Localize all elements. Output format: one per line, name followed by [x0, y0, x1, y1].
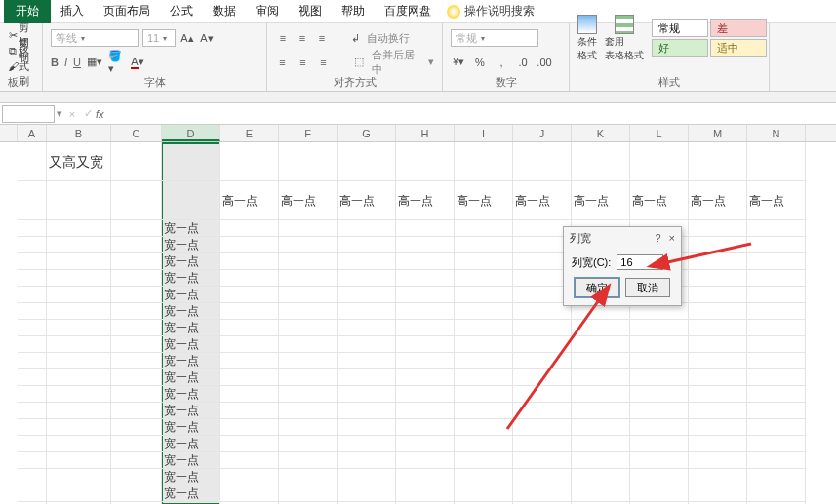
cell[interactable] [747, 142, 806, 181]
size-dropdown[interactable]: 11▾ [142, 29, 176, 47]
cell[interactable] [630, 369, 689, 386]
cell[interactable] [513, 436, 572, 452]
cell[interactable] [47, 485, 111, 502]
cell[interactable] [111, 386, 162, 403]
cell[interactable] [630, 485, 689, 502]
cell[interactable] [455, 403, 513, 419]
cell[interactable] [455, 436, 513, 452]
col-C[interactable]: C [111, 125, 162, 141]
cell[interactable] [338, 436, 396, 452]
cell[interactable] [220, 353, 279, 369]
cell[interactable] [747, 386, 806, 403]
cell[interactable] [747, 253, 806, 270]
cell[interactable] [18, 253, 47, 270]
cell[interactable] [396, 485, 455, 502]
border-icon[interactable]: ▦▾ [87, 55, 102, 70]
formula-input[interactable] [113, 105, 836, 123]
cell[interactable] [689, 436, 747, 452]
cell[interactable] [689, 452, 747, 469]
cell[interactable] [47, 220, 111, 237]
cell[interactable] [455, 220, 513, 237]
cell[interactable] [513, 403, 572, 419]
cell[interactable] [47, 452, 111, 469]
cell[interactable] [111, 436, 162, 452]
cell[interactable]: 宽一点 [162, 253, 220, 270]
number-format-dropdown[interactable]: 常规▾ [451, 29, 538, 47]
cell[interactable]: 宽一点 [162, 369, 220, 386]
align-left-icon[interactable]: ≡ [275, 55, 290, 70]
cell[interactable] [572, 436, 630, 452]
cell[interactable] [279, 403, 338, 419]
dec-dec-icon[interactable]: .00 [537, 55, 552, 70]
cell[interactable] [396, 320, 455, 336]
cell[interactable] [47, 369, 111, 386]
cell[interactable] [47, 403, 111, 419]
cell[interactable]: 宽一点 [162, 336, 220, 353]
align-center-icon[interactable]: ≡ [296, 55, 310, 70]
cell[interactable] [455, 469, 513, 485]
cell[interactable] [47, 287, 111, 303]
cell[interactable] [220, 320, 279, 336]
cell[interactable] [18, 237, 47, 253]
cell[interactable] [338, 142, 396, 181]
cell[interactable] [396, 270, 455, 287]
cell[interactable] [455, 270, 513, 287]
cell[interactable] [47, 181, 111, 220]
cell[interactable] [747, 336, 806, 353]
cell[interactable]: 高一点 [572, 181, 630, 220]
cell[interactable] [513, 142, 572, 181]
cell[interactable] [18, 485, 47, 502]
cell-style-normal[interactable]: 常规 [652, 19, 708, 37]
col-L[interactable]: L [630, 125, 689, 141]
tab-data[interactable]: 数据 [203, 0, 246, 23]
cell[interactable] [220, 142, 279, 181]
cancel-button[interactable]: 取消 [625, 278, 670, 297]
cell[interactable] [220, 303, 279, 320]
cell[interactable] [689, 485, 747, 502]
cell[interactable] [630, 436, 689, 452]
cell[interactable]: 高一点 [279, 181, 338, 220]
cell[interactable] [279, 353, 338, 369]
cell[interactable] [279, 452, 338, 469]
cell[interactable] [572, 142, 630, 181]
tab-help[interactable]: 帮助 [332, 0, 375, 23]
cell[interactable] [220, 253, 279, 270]
col-B[interactable]: B [47, 125, 111, 141]
fill-color-icon[interactable]: 🪣▾ [108, 55, 124, 70]
cell[interactable]: 宽一点 [162, 469, 220, 485]
cell[interactable] [455, 142, 513, 181]
cell[interactable] [455, 320, 513, 336]
cell[interactable]: 又高又宽 [47, 142, 111, 181]
cell[interactable] [396, 419, 455, 436]
cell[interactable] [689, 287, 747, 303]
cell[interactable] [396, 237, 455, 253]
cell[interactable] [18, 336, 47, 353]
col-F[interactable]: F [279, 125, 338, 141]
cell[interactable] [220, 237, 279, 253]
cell[interactable]: 宽一点 [162, 386, 220, 403]
cell[interactable] [47, 436, 111, 452]
cell[interactable] [279, 303, 338, 320]
cell[interactable] [513, 419, 572, 436]
cell[interactable] [111, 220, 162, 237]
cell[interactable] [47, 303, 111, 320]
cell[interactable]: 宽一点 [162, 287, 220, 303]
cell[interactable] [689, 303, 747, 320]
cell[interactable]: 高一点 [455, 181, 513, 220]
copy-icon[interactable]: ⧉ [8, 45, 19, 58]
cell[interactable] [111, 142, 162, 181]
cell[interactable] [279, 287, 338, 303]
cell[interactable] [111, 287, 162, 303]
cell[interactable] [747, 320, 806, 336]
cell[interactable] [689, 403, 747, 419]
col-I[interactable]: I [455, 125, 513, 141]
cell[interactable] [455, 303, 513, 320]
cell[interactable] [111, 419, 162, 436]
cell[interactable] [47, 320, 111, 336]
cell[interactable] [572, 353, 630, 369]
cell[interactable]: 宽一点 [162, 452, 220, 469]
cell[interactable] [111, 469, 162, 485]
cell[interactable] [396, 336, 455, 353]
cell[interactable] [572, 452, 630, 469]
cell[interactable] [455, 237, 513, 253]
